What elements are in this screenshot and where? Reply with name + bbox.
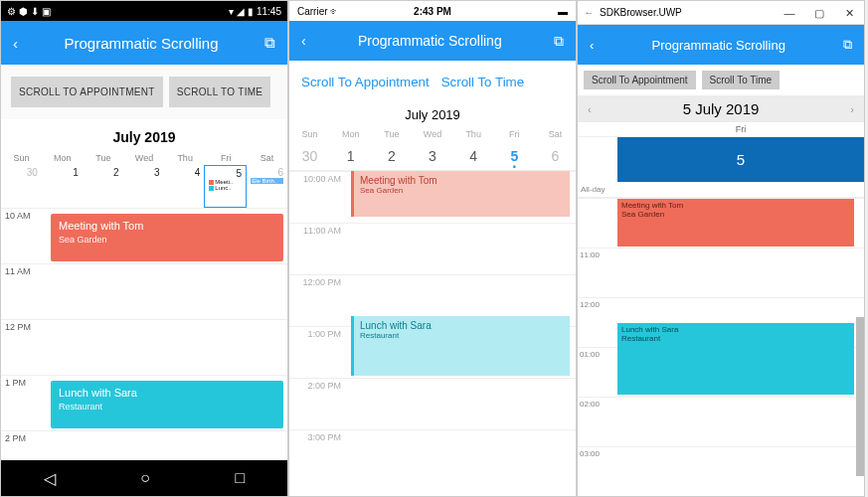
days-header: Sun Mon Tue Wed Thu Fri Sat	[1, 151, 287, 165]
scroll-to-appointment-button[interactable]: Scroll To Appointment	[301, 75, 430, 89]
day-cell[interactable]: 4	[163, 165, 204, 208]
nav-recents-icon[interactable]: □	[236, 469, 246, 487]
nav-back-icon[interactable]: ◁	[44, 469, 56, 488]
scrollbar[interactable]	[856, 317, 864, 476]
appointment-lunch[interactable]: Lunch with SaraRestaurant	[351, 316, 570, 376]
time-label: 10:00 AM	[289, 172, 347, 223]
clock-text: 2:43 PM	[414, 6, 451, 17]
google-icon: ▣	[42, 6, 51, 17]
time-label: 12 PM	[1, 320, 47, 375]
gear-icon: ⚙	[7, 6, 16, 17]
day-cell[interactable]: 30	[1, 165, 42, 208]
month-title: July 2019	[1, 119, 287, 151]
day-cell[interactable]: 4	[453, 142, 494, 170]
scroll-to-time-button[interactable]: Scroll To Time	[702, 71, 781, 89]
event-chip: Lunc..	[209, 185, 242, 191]
time-label: 1:00 PM	[289, 327, 347, 378]
next-icon[interactable]: ›	[850, 103, 854, 115]
time-label: 01:00	[578, 348, 617, 397]
time-label: 11 AM	[1, 264, 47, 319]
day-cell[interactable]: 30	[289, 142, 330, 170]
uwp-titlebar: ← SDKBrowser.UWP ― ▢ ✕	[578, 1, 864, 25]
wifi-icon: ᯤ	[330, 6, 340, 17]
open-external-icon[interactable]: ⧉	[264, 34, 275, 52]
time-label: 11:00 AM	[289, 224, 347, 274]
appointment-meeting[interactable]: Meeting with TomSea Garden	[51, 214, 283, 261]
day-cell[interactable]: 1	[330, 142, 371, 170]
back-icon[interactable]: ←	[584, 7, 594, 18]
download-icon: ⬇	[31, 6, 39, 17]
ios-statusbar: Carrier ᯤ 2:43 PM ▬	[289, 1, 576, 21]
day-header: Fri	[578, 122, 864, 137]
time-label: 11:00	[578, 248, 617, 297]
action-buttons: SCROLL TO APPOINTMENT SCROLL TO TIME	[1, 65, 287, 119]
scroll-to-appointment-button[interactable]: SCROLL TO APPOINTMENT	[11, 77, 163, 107]
timeline[interactable]: 10 AM 11 AM 12 PM 1 PM 2 PM Meeting with…	[1, 208, 287, 460]
day-number-cell[interactable]: 5	[617, 137, 864, 182]
timeline[interactable]: 10:00 AM 11:00 AM 12:00 PM 1:00 PM 2:00 …	[289, 171, 576, 496]
timeline[interactable]: 11:00 12:00 01:00 02:00 03:00 Meeting wi…	[578, 198, 864, 496]
time-label: 12:00 PM	[289, 275, 347, 326]
day-cell-today[interactable]: 5	[494, 142, 535, 170]
ios-body: Scroll To Appointment Scroll To Time Jul…	[289, 61, 576, 496]
day-number: 5	[578, 137, 864, 182]
appointment-meeting[interactable]: Meeting with TomSea Garden	[617, 199, 854, 247]
day-cell[interactable]: 3	[412, 142, 452, 170]
page-title: Programmatic Scrolling	[18, 35, 264, 52]
android-device: ⚙ ⬢ ⬇ ▣ ▾ ◢ ▮ 11:45 ‹ Programmatic Scrol…	[0, 0, 288, 497]
scroll-to-time-button[interactable]: Scroll To Time	[441, 75, 524, 89]
wifi-icon: ▾	[229, 6, 234, 17]
android-body: SCROLL TO APPOINTMENT SCROLL TO TIME Jul…	[1, 65, 287, 460]
page-title: Programmatic Scrolling	[306, 33, 554, 49]
event-chip: Ele Birth..	[251, 178, 283, 184]
day-cell[interactable]: 2	[83, 165, 123, 208]
time-label: 03:00	[578, 447, 617, 496]
days-row: 30 1 2 3 4 5 Meeti.. Lunc.. 6 Ele Birth.…	[1, 165, 287, 208]
day-cell[interactable]: 6 Ele Birth..	[247, 165, 287, 208]
app-title: SDKBrowser.UWP	[600, 7, 682, 18]
day-cell[interactable]: 2	[371, 142, 412, 170]
action-buttons: Scroll To Appointment Scroll To Time	[289, 61, 576, 103]
scroll-to-appointment-button[interactable]: Scroll To Appointment	[584, 71, 696, 89]
day-cell[interactable]: 3	[123, 165, 164, 208]
days-header: Sun Mon Tue Wed Thu Fri Sat	[289, 126, 576, 142]
uwp-body: Scroll To Appointment Scroll To Time ‹ 5…	[578, 65, 864, 496]
uwp-device: ← SDKBrowser.UWP ― ▢ ✕ ‹ Programmatic Sc…	[577, 0, 865, 497]
nav-date: 5 July 2019	[683, 100, 760, 117]
clock-text: 11:45	[257, 6, 281, 17]
time-label	[578, 199, 617, 248]
signal-icon: ◢	[237, 6, 245, 17]
days-row: 30 1 2 3 4 5 6	[289, 142, 576, 171]
allday-row: All-day	[578, 182, 864, 198]
scroll-to-time-button[interactable]: SCROLL TO TIME	[169, 77, 271, 107]
battery-icon: ▮	[248, 6, 254, 17]
ios-device: Carrier ᯤ 2:43 PM ▬ ‹ Programmatic Scrol…	[288, 0, 577, 497]
day-cell[interactable]: 1	[42, 165, 83, 208]
action-buttons: Scroll To Appointment Scroll To Time	[578, 65, 864, 95]
battery-icon: ▬	[558, 6, 568, 17]
open-external-icon[interactable]: ⧉	[843, 37, 852, 53]
prev-icon[interactable]: ‹	[588, 103, 592, 115]
time-label: 3:00 PM	[289, 430, 347, 481]
nav-home-icon[interactable]: ○	[140, 469, 150, 487]
day-cell[interactable]: 6	[535, 142, 576, 170]
appointment-lunch[interactable]: Lunch with SaraRestaurant	[617, 323, 854, 395]
time-label: 1 PM	[1, 376, 47, 430]
uwp-header: ‹ Programmatic Scrolling ⧉	[578, 25, 864, 65]
date-nav: ‹ 5 July 2019 ›	[578, 95, 864, 122]
close-icon[interactable]: ✕	[834, 1, 864, 25]
carrier-text: Carrier	[297, 6, 328, 17]
time-label: 02:00	[578, 398, 617, 446]
shield-icon: ⬢	[19, 6, 28, 17]
appointment-lunch[interactable]: Lunch with SaraRestaurant	[51, 381, 283, 428]
appointment-meeting[interactable]: Meeting with TomSea Garden	[351, 171, 570, 217]
day-cell-today[interactable]: 5 Meeti.. Lunc..	[204, 165, 247, 208]
window-buttons: ― ▢ ✕	[775, 1, 864, 25]
time-label: 12:00	[578, 298, 617, 347]
maximize-icon[interactable]: ▢	[804, 1, 834, 25]
time-label: 2 PM	[1, 431, 47, 460]
time-label: 2:00 PM	[289, 379, 347, 429]
minimize-icon[interactable]: ―	[775, 1, 804, 25]
open-external-icon[interactable]: ⧉	[554, 33, 564, 50]
time-label: 10 AM	[1, 209, 47, 263]
